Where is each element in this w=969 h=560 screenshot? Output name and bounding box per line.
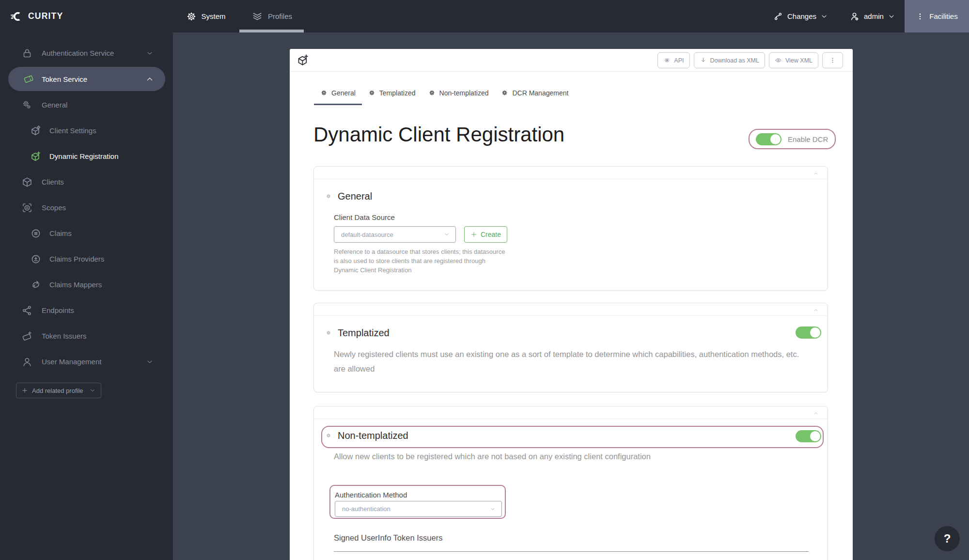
download-as-xml-button[interactable]: Download as XML xyxy=(694,52,765,68)
sidebar-item-claims-providers[interactable]: Claims Providers xyxy=(0,246,173,272)
enable-dcr-toggle[interactable] xyxy=(756,133,781,145)
help-button[interactable]: ? xyxy=(935,526,960,551)
sidebar-item-client-settings[interactable]: Client Settings xyxy=(0,118,173,143)
divider xyxy=(314,315,828,316)
collapse-general-button[interactable] xyxy=(813,171,819,176)
section-non-templatized: Non-templatized Allow new clients to be … xyxy=(313,406,828,560)
api-button[interactable]: API xyxy=(657,52,689,68)
client-data-source-help: Reference to a datasource that stores cl… xyxy=(334,247,505,275)
layers-icon xyxy=(251,10,264,23)
sidebar: Authentication ServiceToken ServiceGener… xyxy=(0,32,173,560)
tab-templatized[interactable]: Templatized xyxy=(362,80,422,105)
section-templatized-heading: Templatized xyxy=(326,326,390,340)
sidebar-item-token-issuers[interactable]: Token Issuers xyxy=(0,323,173,349)
box-icon xyxy=(21,176,33,188)
section-non-templatized-heading: Non-templatized xyxy=(326,428,408,443)
topbar: CURITY System Profiles Changes admin Fac… xyxy=(0,0,969,32)
gear-icon xyxy=(326,330,331,336)
auth-method-label: Authentication Method xyxy=(335,491,407,499)
enable-dcr-group: Enable DCR xyxy=(749,129,836,149)
section-templatized: Templatized Newly registered clients mus… xyxy=(313,303,828,392)
gear-icon xyxy=(428,89,436,96)
collapse-non-templatized-button[interactable] xyxy=(813,411,819,416)
chevron-down-icon xyxy=(820,13,828,20)
chevron-down-icon xyxy=(444,232,450,237)
sidebar-item-endpoints[interactable]: Endpoints xyxy=(0,297,173,323)
chevron-down-icon xyxy=(888,13,895,20)
sidebar-item-scopes[interactable]: Scopes xyxy=(0,195,173,220)
content-card: APIDownload as XMLView XML GeneralTempla… xyxy=(290,49,853,560)
topnav-system[interactable]: System xyxy=(184,0,228,32)
gears-icon xyxy=(21,99,33,111)
sidebar-item-general[interactable]: General xyxy=(0,92,173,118)
client-data-source-select[interactable]: default-datasource xyxy=(334,226,456,243)
admin-menu[interactable]: admin xyxy=(849,0,895,32)
chevron-down-icon xyxy=(146,358,154,366)
facilities-button[interactable]: Facilities xyxy=(905,0,969,32)
kebab-icon xyxy=(916,12,924,21)
templatized-toggle[interactable] xyxy=(796,327,821,339)
sidebar-item-user-management[interactable]: User Management xyxy=(0,349,173,374)
branch-icon xyxy=(773,11,783,22)
sidebar-item-claims[interactable]: Claims xyxy=(0,220,173,246)
section-general: General Client Data Source default-datas… xyxy=(313,166,828,291)
topnav-profiles[interactable]: Profiles xyxy=(239,0,304,32)
gear-icon xyxy=(320,89,328,96)
eye-icon xyxy=(775,57,782,64)
scopes-icon xyxy=(21,202,33,214)
sidebar-item-authentication-service[interactable]: Authentication Service xyxy=(0,40,173,66)
create-datasource-button[interactable]: Create xyxy=(464,226,507,243)
sidebar-item-clients[interactable]: Clients xyxy=(0,169,173,195)
more-options-button[interactable] xyxy=(822,52,843,68)
collapse-templatized-button[interactable] xyxy=(813,308,819,312)
view-xml-button[interactable]: View XML xyxy=(769,52,818,68)
brand-logo[interactable]: CURITY xyxy=(10,0,63,32)
gear-icon xyxy=(186,11,197,22)
enable-dcr-label: Enable DCR xyxy=(788,135,828,143)
page-title: Dynamic Client Registration xyxy=(313,121,564,148)
box-plus-icon xyxy=(30,151,42,162)
chevron-down-icon xyxy=(146,49,154,57)
sidebar-item-claims-mappers[interactable]: Claims Mappers xyxy=(0,272,173,297)
sidebar-item-dynamic-registration[interactable]: Dynamic Registration xyxy=(0,143,173,169)
dynamic-registration-icon xyxy=(297,54,310,67)
api-icon xyxy=(663,57,671,64)
plus-icon xyxy=(21,387,28,394)
gear-icon xyxy=(501,89,508,96)
tab-dcr-management[interactable]: DCR Management xyxy=(495,80,575,105)
box-gear-icon xyxy=(30,125,42,137)
kebab-icon xyxy=(829,57,836,64)
section-general-heading: General xyxy=(326,189,372,203)
claims-icon xyxy=(30,228,42,239)
claims-mapper-icon xyxy=(30,279,42,291)
gear-icon xyxy=(326,433,331,438)
signed-userinfo-underline xyxy=(334,551,809,552)
toggle-knob xyxy=(770,134,781,144)
chevron-down-icon xyxy=(490,506,496,512)
ticket-plus-icon xyxy=(21,330,33,342)
download-icon xyxy=(700,57,707,64)
client-data-source-label: Client Data Source xyxy=(334,213,395,221)
main-area: APIDownload as XMLView XML GeneralTempla… xyxy=(173,32,969,560)
auth-method-select[interactable]: no-authentication xyxy=(335,501,502,517)
changes-menu[interactable]: Changes xyxy=(773,0,828,32)
non-templatized-toggle[interactable] xyxy=(796,430,821,442)
tab-general[interactable]: General xyxy=(314,80,362,105)
curity-logo-icon xyxy=(10,9,24,24)
toggle-knob xyxy=(810,431,820,441)
tab-non-templatized[interactable]: Non-templatized xyxy=(422,80,495,105)
divider xyxy=(314,179,828,179)
gear-icon xyxy=(326,193,331,199)
divider xyxy=(314,419,828,419)
card-header: APIDownload as XMLView XML xyxy=(290,49,853,72)
chevron-up-icon xyxy=(146,75,154,83)
chevron-down-icon xyxy=(89,387,96,394)
brand-text: CURITY xyxy=(28,11,63,21)
templatized-description: Newly registered clients must use an exi… xyxy=(334,347,799,376)
sidebar-item-token-service[interactable]: Token Service xyxy=(8,67,165,91)
active-tab-underline xyxy=(239,30,304,32)
ticket-icon xyxy=(23,73,34,85)
lock-icon xyxy=(21,47,33,59)
signed-userinfo-label: Signed UserInfo Token Issuers xyxy=(334,533,442,543)
add-related-profile-button[interactable]: Add related profile xyxy=(16,383,101,398)
